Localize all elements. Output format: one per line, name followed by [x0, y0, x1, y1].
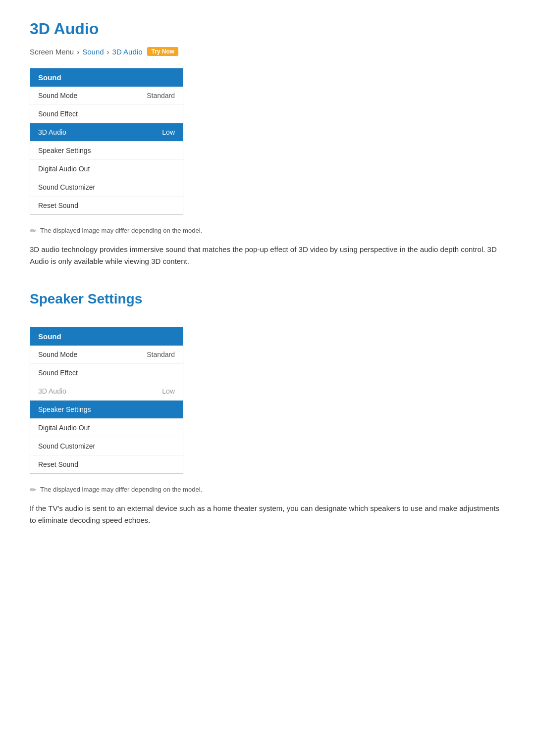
breadcrumb-separator-2: ›	[107, 48, 109, 56]
menu-panel-2: Sound Sound Mode Standard Sound Effect 3…	[30, 327, 183, 474]
menu-item-sound-customizer-1[interactable]: Sound Customizer	[30, 178, 183, 197]
menu-header-1: Sound	[30, 68, 183, 87]
description-speaker-settings: If the TV's audio is sent to an external…	[30, 503, 505, 526]
menu-item-sound-mode-value-2: Standard	[147, 351, 175, 358]
menu-item-sound-mode-2[interactable]: Sound Mode Standard	[30, 346, 183, 364]
try-now-badge[interactable]: Try Now	[147, 47, 178, 56]
menu-item-sound-mode[interactable]: Sound Mode Standard	[30, 87, 183, 105]
menu-item-sound-customizer-2[interactable]: Sound Customizer	[30, 437, 183, 455]
note-text-2: The displayed image may differ depending…	[40, 486, 202, 493]
note-text-1: The displayed image may differ depending…	[40, 227, 202, 234]
breadcrumb: Screen Menu › Sound › 3D Audio Try Now	[30, 47, 505, 56]
menu-item-3d-audio-2[interactable]: 3D Audio Low	[30, 382, 183, 401]
menu-item-3d-audio[interactable]: 3D Audio Low	[30, 123, 183, 142]
menu-item-digital-audio-out-label-2: Digital Audio Out	[38, 424, 90, 432]
description-3d-audio: 3D audio technology provides immersive s…	[30, 244, 505, 267]
menu-item-sound-mode-label: Sound Mode	[38, 92, 77, 100]
breadcrumb-separator-1: ›	[77, 48, 79, 56]
menu-item-3d-audio-label-2: 3D Audio	[38, 387, 66, 395]
section-speaker-settings-title: Speaker Settings	[30, 291, 505, 307]
note-line-1: ✏ The displayed image may differ dependi…	[30, 227, 505, 236]
menu-item-sound-mode-label-2: Sound Mode	[38, 351, 77, 358]
menu-header-2: Sound	[30, 327, 183, 346]
menu-item-speaker-settings-label-2: Speaker Settings	[38, 405, 91, 413]
note-line-2: ✏ The displayed image may differ dependi…	[30, 486, 505, 495]
menu-item-3d-audio-label: 3D Audio	[38, 128, 66, 136]
menu-item-digital-audio-out-label-1: Digital Audio Out	[38, 165, 90, 173]
pencil-icon-1: ✏	[30, 226, 36, 236]
menu-item-3d-audio-value: Low	[162, 128, 175, 136]
menu-item-sound-customizer-label-1: Sound Customizer	[38, 183, 95, 191]
menu-panel-1: Sound Sound Mode Standard Sound Effect 3…	[30, 68, 183, 215]
menu-item-digital-audio-out-1[interactable]: Digital Audio Out	[30, 160, 183, 178]
menu-item-reset-sound-2[interactable]: Reset Sound	[30, 455, 183, 473]
menu-item-speaker-settings-2[interactable]: Speaker Settings	[30, 401, 183, 419]
menu-item-speaker-settings-1[interactable]: Speaker Settings	[30, 142, 183, 160]
menu-item-sound-effect-2[interactable]: Sound Effect	[30, 364, 183, 382]
menu-item-sound-effect[interactable]: Sound Effect	[30, 105, 183, 123]
menu-item-digital-audio-out-2[interactable]: Digital Audio Out	[30, 419, 183, 437]
menu-item-sound-effect-label-2: Sound Effect	[38, 369, 78, 377]
breadcrumb-3d-audio-link[interactable]: 3D Audio	[112, 48, 143, 56]
menu-item-sound-effect-label: Sound Effect	[38, 110, 78, 118]
menu-item-reset-sound-label-2: Reset Sound	[38, 460, 78, 468]
page-title: 3D Audio	[30, 20, 505, 38]
pencil-icon-2: ✏	[30, 485, 36, 495]
menu-item-sound-mode-value: Standard	[147, 92, 175, 100]
breadcrumb-sound-link[interactable]: Sound	[82, 48, 104, 56]
breadcrumb-screen-menu: Screen Menu	[30, 48, 74, 56]
menu-item-speaker-settings-label-1: Speaker Settings	[38, 147, 91, 154]
menu-item-sound-customizer-label-2: Sound Customizer	[38, 442, 95, 450]
menu-item-reset-sound-label-1: Reset Sound	[38, 202, 78, 209]
menu-item-reset-sound-1[interactable]: Reset Sound	[30, 197, 183, 214]
menu-item-3d-audio-value-2: Low	[162, 387, 175, 395]
